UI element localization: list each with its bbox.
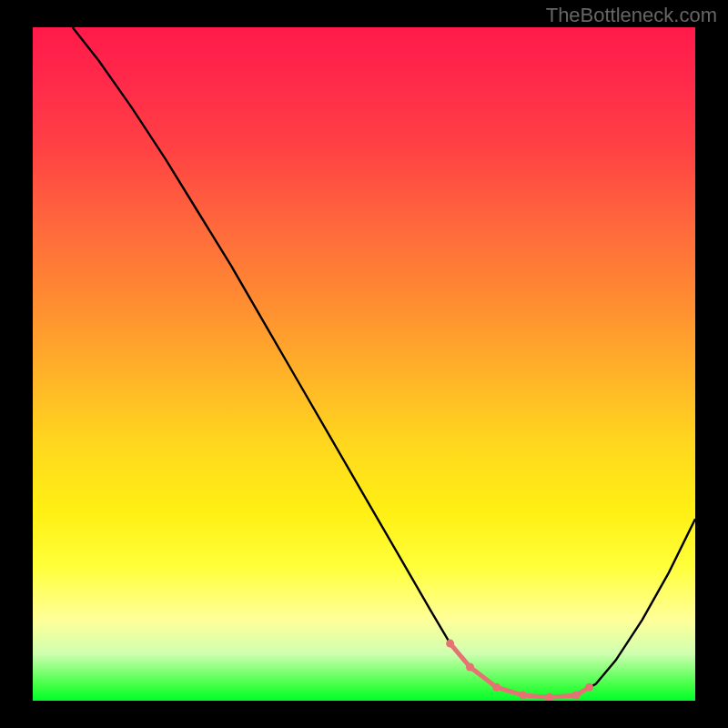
highlight-dot [585, 683, 593, 692]
watermark-text: TheBottleneck.com [546, 4, 717, 27]
plot-area [33, 27, 695, 701]
highlight-dots [446, 640, 593, 701]
highlight-dot [519, 692, 527, 700]
highlight-dot [545, 693, 553, 701]
highlight-dot [466, 663, 474, 672]
highlight-dot [571, 692, 580, 700]
highlight-dot [446, 640, 454, 648]
chart-svg [33, 27, 695, 701]
highlight-dot [492, 683, 500, 692]
main-curve [73, 27, 695, 697]
